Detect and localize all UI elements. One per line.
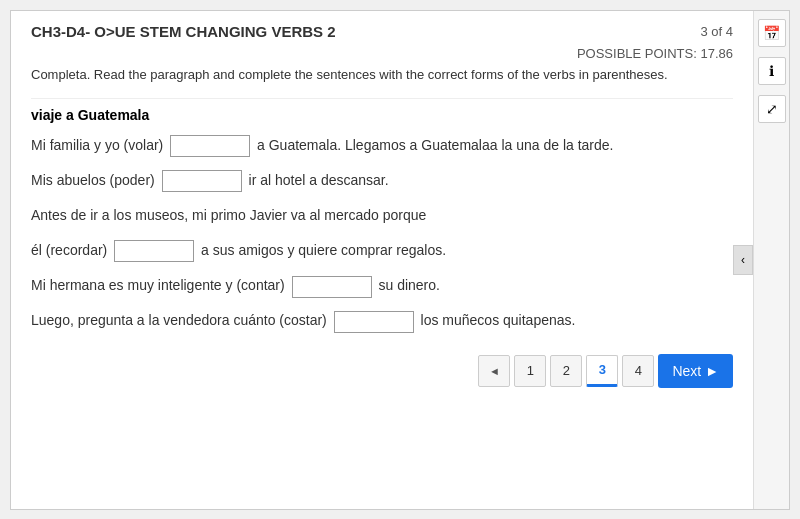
sentence-1: Mi familia y yo (volar) a Guatemala. Lle…: [31, 133, 733, 158]
sentence-2: Mis abuelos (poder) ir al hotel a descan…: [31, 168, 733, 193]
next-button[interactable]: Next ►: [658, 354, 733, 388]
input-recordar[interactable]: [114, 240, 194, 262]
page-2-button[interactable]: 2: [550, 355, 582, 387]
input-volar[interactable]: [170, 135, 250, 157]
info-icon[interactable]: ℹ: [758, 57, 786, 85]
expand-icon[interactable]: ⤢: [758, 95, 786, 123]
sentence-5: Mi hermana es muy inteligente y (contar)…: [31, 273, 733, 298]
calendar-icon[interactable]: 📅: [758, 19, 786, 47]
input-costar[interactable]: [334, 311, 414, 333]
page-title: CH3-D4- O>UE STEM CHANGING VERBS 2: [31, 23, 336, 40]
prev-page-button[interactable]: ◄: [478, 355, 510, 387]
possible-points: POSSIBLE POINTS: 17.86: [31, 46, 733, 61]
instructions: Completa. Read the paragraph and complet…: [31, 67, 733, 82]
sentence-3: Antes de ir a los museos, mi primo Javie…: [31, 203, 733, 228]
page-3-button[interactable]: 3: [586, 355, 618, 387]
pagination: ◄ 1 2 3 4 Next ►: [31, 354, 733, 388]
section-title: viaje a Guatemala: [31, 107, 733, 123]
sentence-4: él (recordar) a sus amigos y quiere comp…: [31, 238, 733, 263]
input-contar[interactable]: [292, 276, 372, 298]
input-poder[interactable]: [162, 170, 242, 192]
page-1-button[interactable]: 1: [514, 355, 546, 387]
sidebar: 📅 ℹ ⤢: [753, 11, 789, 509]
sidebar-collapse-button[interactable]: ‹: [733, 245, 753, 275]
sentence-6: Luego, pregunta a la vendedora cuánto (c…: [31, 308, 733, 333]
page-indicator: 3 of 4: [700, 24, 733, 39]
page-4-button[interactable]: 4: [622, 355, 654, 387]
